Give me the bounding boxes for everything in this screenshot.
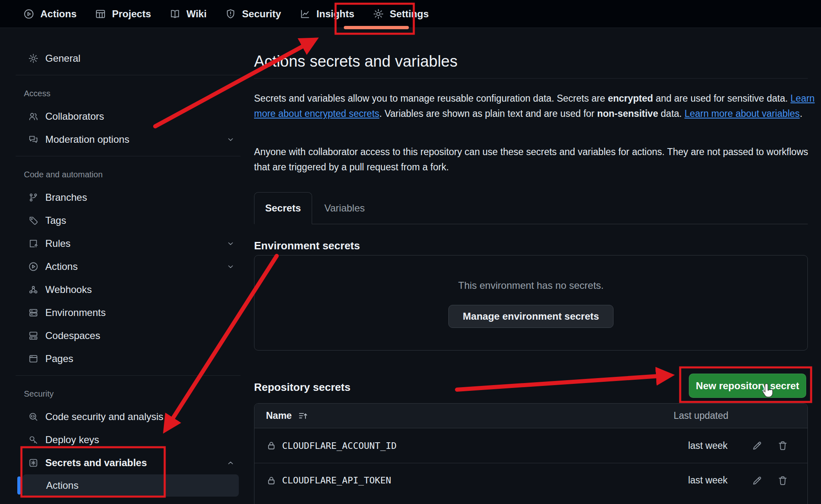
graph-icon <box>299 8 311 20</box>
sidebar-item-pages[interactable]: Pages <box>12 347 244 370</box>
people-icon <box>28 111 39 122</box>
tab-secrets[interactable]: Secrets <box>254 192 312 224</box>
secret-last-updated: last week <box>688 475 728 486</box>
body-text: and are used for sensitive data. <box>653 93 791 104</box>
nav-tab-label: Actions <box>40 8 77 20</box>
intro-paragraph-1: Secrets and variables allow you to manag… <box>254 91 819 121</box>
shield-icon <box>225 8 236 20</box>
table-icon <box>95 8 106 20</box>
repository-secrets-table: NameLast updatedCLOUDFLARE_ACCOUNT_IDlas… <box>254 403 808 504</box>
edit-secret-button[interactable] <box>751 475 763 486</box>
sidebar-item-webhooks[interactable]: Webhooks <box>12 278 244 301</box>
pencil-icon <box>751 475 763 486</box>
chevron-down-icon <box>226 135 236 144</box>
sidebar-divider <box>16 156 240 156</box>
table-icon <box>95 8 106 20</box>
graph-icon <box>299 8 311 20</box>
settings-sidebar: GeneralAccessCollaboratorsModeration opt… <box>12 33 244 497</box>
comment-discussion-icon <box>28 134 39 145</box>
delete-secret-button[interactable] <box>777 440 788 451</box>
sidebar-item-label: Actions <box>45 261 78 272</box>
asterisk-box-icon <box>28 458 39 468</box>
environment-empty-text: This environment has no secrets. <box>458 279 604 292</box>
book-icon <box>169 8 181 20</box>
trash-icon <box>777 475 788 486</box>
repository-secrets-heading: Repository secrets <box>254 381 350 394</box>
secrets-variables-tabnav: SecretsVariables <box>254 192 808 224</box>
tab-label: Variables <box>324 202 365 214</box>
asterisk-box-icon <box>28 458 39 468</box>
git-branch-icon <box>28 192 39 203</box>
sidebar-item-secrets-and-variables[interactable]: Secrets and variables <box>12 451 244 474</box>
play-circle-icon <box>28 261 39 272</box>
body-text: . Variables are shown as plain text and … <box>379 108 597 119</box>
lock-icon <box>266 475 277 486</box>
sidebar-item-collaborators[interactable]: Collaborators <box>12 105 244 128</box>
edit-secret-button[interactable] <box>751 440 763 451</box>
body-text: Anyone with collaborator access to this … <box>254 146 808 172</box>
tab-variables[interactable]: Variables <box>312 192 377 224</box>
repo-tab-bar: ActionsProjectsWikiSecurityInsightsSetti… <box>0 0 821 28</box>
chevron-down-icon <box>226 262 236 272</box>
link-learn-more-about-variables[interactable]: Learn more about variables <box>684 108 800 119</box>
chevron-down-icon <box>226 262 236 272</box>
body-text: data. <box>658 108 684 119</box>
sidebar-item-moderation-options[interactable]: Moderation options <box>12 128 244 151</box>
sidebar-subitem-actions[interactable]: Actions <box>23 474 239 497</box>
sidebar-item-label: Moderation options <box>45 134 129 145</box>
sidebar-section-title-access: Access <box>12 82 244 105</box>
settings-active-tab-underline <box>344 26 409 29</box>
sidebar-item-branches[interactable]: Branches <box>12 186 244 209</box>
shield-icon <box>225 8 236 20</box>
nav-tab-projects[interactable]: Projects <box>86 0 160 28</box>
key-icon <box>28 434 39 445</box>
page-title: Actions secrets and variables <box>254 53 457 70</box>
sidebar-item-general[interactable]: General <box>12 47 244 70</box>
sidebar-item-code-security-and-analysis[interactable]: Code security and analysis <box>12 405 244 428</box>
tab-label: Secrets <box>265 202 301 214</box>
sidebar-section-title-security: Security <box>12 382 244 405</box>
name-column-sort[interactable]: Name <box>266 410 308 421</box>
webhook-icon <box>28 284 39 295</box>
webhook-icon <box>28 284 39 295</box>
sidebar-item-environments[interactable]: Environments <box>12 301 244 324</box>
sidebar-item-tags[interactable]: Tags <box>12 209 244 232</box>
chevron-down-icon <box>226 239 236 249</box>
codespaces-icon <box>28 330 39 341</box>
sidebar-item-label: Webhooks <box>45 284 92 295</box>
key-icon <box>28 434 39 445</box>
nav-tab-settings[interactable]: Settings <box>364 0 438 28</box>
trash-icon <box>777 440 788 451</box>
gear-icon <box>28 53 39 64</box>
chevron-down-icon <box>226 135 236 144</box>
nav-tab-security[interactable]: Security <box>216 0 290 28</box>
sidebar-item-label: Branches <box>45 192 87 203</box>
sidebar-subitem-label: Actions <box>46 480 79 491</box>
rules-icon <box>28 238 39 249</box>
nav-tab-label: Settings <box>390 8 429 20</box>
nav-tab-actions[interactable]: Actions <box>14 0 86 28</box>
nav-tab-insights[interactable]: Insights <box>290 0 364 28</box>
sidebar-item-actions[interactable]: Actions <box>12 255 244 278</box>
sidebar-item-label: General <box>45 53 80 64</box>
secret-last-updated: last week <box>688 440 728 451</box>
sort-ascending-icon <box>298 411 308 421</box>
tag-icon <box>28 215 39 226</box>
sidebar-item-deploy-keys[interactable]: Deploy keys <box>12 428 244 451</box>
chevron-up-icon <box>226 458 236 468</box>
codespaces-icon <box>28 330 39 341</box>
delete-secret-button[interactable] <box>777 475 788 486</box>
nav-tab-label: Security <box>242 8 281 20</box>
sidebar-item-label: Environments <box>45 307 106 318</box>
tag-icon <box>28 215 39 226</box>
manage-environment-secrets-button[interactable]: Manage environment secrets <box>448 305 613 328</box>
play-circle-icon <box>23 8 35 20</box>
play-circle-icon <box>23 8 35 20</box>
new-repository-secret-button[interactable]: New repository secret <box>689 374 806 398</box>
browser-icon <box>28 353 39 364</box>
nav-tab-wiki[interactable]: Wiki <box>160 0 216 28</box>
sidebar-item-codespaces[interactable]: Codespaces <box>12 324 244 347</box>
lock-icon <box>266 440 277 451</box>
sidebar-item-rules[interactable]: Rules <box>12 232 244 255</box>
sidebar-divider <box>16 75 240 75</box>
